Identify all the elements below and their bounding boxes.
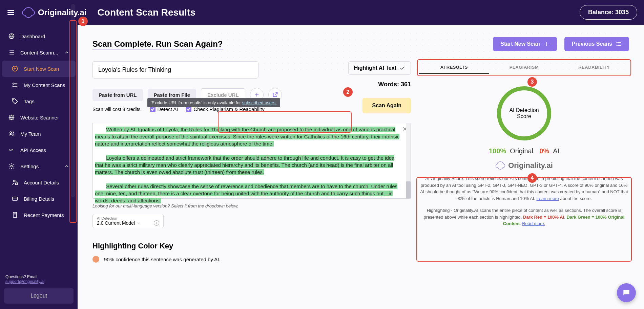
sidebar-item-label: Recent Payments [24,212,64,218]
card-icon [12,195,18,202]
sidebar: DashboardContent Scann...Start New ScanM… [0,25,78,309]
svg-point-4 [10,132,12,133]
app-header: Originality.ai Content Scan Results Bala… [0,0,644,25]
sidebar-scroll[interactable]: DashboardContent Scann...Start New ScanM… [0,25,78,270]
color-swatch [92,256,99,263]
color-key-text: 90% confidence this sentence was generat… [104,257,221,262]
options-row: Scan will cost 8 credits. Detect AI Chec… [92,106,411,112]
svg-rect-9 [13,197,18,200]
svg-point-6 [11,165,13,167]
sidebar-item-label: Billing Details [24,196,54,202]
sidebar-footer: Questions? Email support@originality.ai [0,270,78,288]
chat-fab[interactable] [617,283,636,302]
brain-icon [495,161,505,170]
sidebar-item-label: Website Scanner [20,115,59,120]
tab-ai-results[interactable]: AI RESULTS [419,61,489,74]
read-more-link[interactable]: Read more. [522,221,545,226]
model-select-label: AI Detection [97,216,159,220]
sidebar-item-my-content-scans[interactable]: My Content Scans [2,77,76,93]
list-icon [616,41,622,47]
annotation-4: 4 [527,173,537,183]
right-column: AI RESULTS PLAGIARISM READABILITY AI Det… [419,61,629,227]
sidebar-item-account-details[interactable]: Account Details [2,174,76,191]
editor-paragraph-1: Written by St. Ignatius of Loyola, the R… [95,127,399,147]
plus-icon [254,92,260,98]
sidebar-item-billing-details[interactable]: Billing Details [2,191,76,207]
logout-button[interactable]: Logout [4,288,74,304]
annotation-1: 1 [78,17,88,26]
balance-pill[interactable]: Balance: 3035 [580,5,637,20]
annotation-2: 2 [343,87,353,97]
sidebar-item-my-team[interactable]: My Team [2,126,76,142]
sidebar-item-label: Account Details [24,180,59,185]
sidebar-item-settings[interactable]: Settings [2,158,76,174]
users-icon [8,130,15,137]
sidebar-item-tags[interactable]: Tags [2,93,76,109]
highlighting-description: Highlighting - Originality.AI scans the … [419,207,629,227]
scan-title-input[interactable] [92,61,258,79]
model-select-value: 2.0 Current Model [97,220,135,226]
highlight-ai-toggle[interactable]: Highlight AI Text [348,61,411,75]
list-icon [8,49,15,56]
logo-text: Originality.ai [38,8,87,17]
sidebar-item-content-scann-[interactable]: Content Scann... [2,44,76,61]
tab-readability[interactable]: READABILITY [559,61,629,74]
globe-icon [8,114,15,121]
sidebar-item-label: Tags [24,98,35,104]
sidebar-item-label: My Team [20,131,41,137]
chat-icon [622,288,631,297]
previous-scans-label: Previous Scans [572,41,612,47]
tag-icon [12,98,18,105]
sidebar-item-label: Settings [20,163,39,169]
content-editor[interactable]: Written by St. Ignatius of Loyola, the R… [92,123,411,199]
editor-paragraph-3: Several other rules directly showcase th… [95,183,397,203]
top-row: Scan Complete. Run Scan Again? Start New… [92,37,629,51]
gear-icon [8,163,15,170]
gauge-label-1: AI Detection [509,107,539,113]
sidebar-item-start-new-scan[interactable]: Start New Scan [2,61,76,77]
list-check-icon [12,82,18,88]
chevron-up-icon [64,50,69,55]
support-email-link[interactable]: support@originality.ai [5,279,44,284]
main-content: Scan Complete. Run Scan Again? Start New… [78,25,644,309]
start-new-scan-label: Start New Scan [500,41,540,47]
paste-from-url-button[interactable]: Paste from URL [92,89,143,101]
hamburger-icon[interactable] [7,8,15,17]
learn-more-link[interactable]: Learn more [536,196,559,201]
api-icon: API [8,147,15,153]
start-new-scan-button[interactable]: Start New Scan [493,37,557,51]
previous-scans-button[interactable]: Previous Scans [564,37,629,51]
sidebar-item-recent-payments[interactable]: Recent Payments [2,207,76,223]
sidebar-item-dashboard[interactable]: Dashboard [2,28,76,44]
subscribed-users-link[interactable]: subscribed users. [242,100,277,105]
chevron-up-icon [64,163,69,169]
left-column: Highlight AI Text Words: 361 Scan Again … [92,61,411,263]
sidebar-item-label: API Access [20,147,46,153]
originality-logo-gray: Originality.ai [495,161,553,170]
gauge-section: AI Detection Score 100% Original 0% AI O… [419,86,629,170]
model-select[interactable]: AI Detection 2.0 Current Model i [92,214,164,228]
info-icon[interactable]: i [154,220,159,226]
sidebar-item-label: Start New Scan [24,66,59,72]
svg-rect-8 [16,183,18,185]
sidebar-item-api-access[interactable]: APIAPI Access [2,142,76,158]
sidebar-item-label: Dashboard [20,34,45,39]
plus-icon [543,41,549,47]
result-tabs: AI RESULTS PLAGIARISM READABILITY [419,61,629,74]
scan-complete-heading: Scan Complete. Run Scan Again? [92,39,223,49]
tooltip-text: 'Exclude URL from results' is only avail… [151,100,242,105]
svg-point-2 [13,100,14,101]
gauge-label-2: Score [517,113,531,119]
run-again-link[interactable]: Run Scan Again? [156,39,223,48]
editor-scroll-thumb[interactable] [406,181,411,198]
page-title: Content Scan Results [98,7,195,18]
svg-text:API: API [9,148,14,152]
color-key-title: Highlighting Color Key [92,242,411,250]
logo[interactable]: Originality.ai [22,7,87,18]
sidebar-item-website-scanner[interactable]: Website Scanner [2,109,76,126]
globe-icon [8,33,15,40]
multilang-hint: Looking for our multi-language version? … [92,203,411,208]
sidebar-scrollbar[interactable] [71,4,75,197]
tab-plagiarism[interactable]: PLAGIARISM [489,61,559,74]
share-icon [272,92,278,98]
